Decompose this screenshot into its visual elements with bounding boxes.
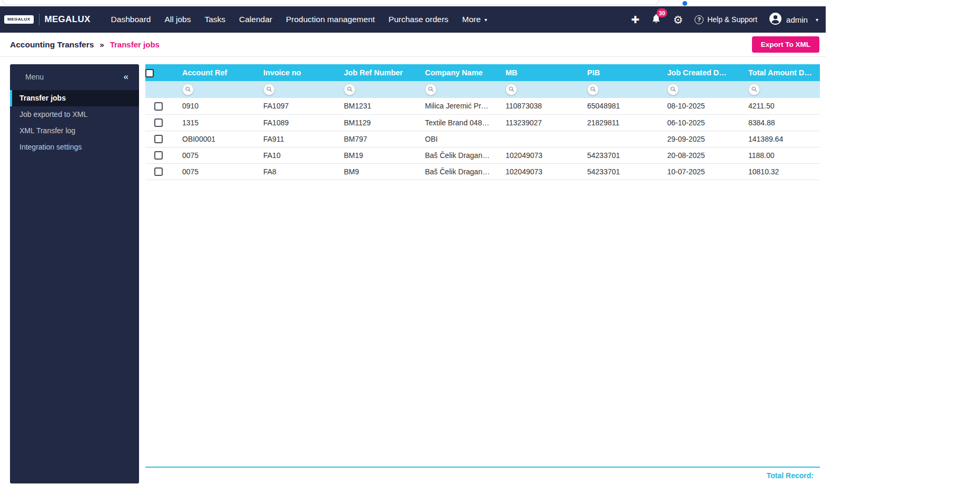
question-icon: ?	[695, 15, 704, 24]
logo-divider	[39, 14, 39, 25]
table-cell: 10810.32	[738, 163, 820, 180]
column-filter[interactable]	[587, 84, 599, 95]
column-filter[interactable]	[667, 84, 679, 95]
table-cell: 8384.88	[738, 114, 820, 131]
search-icon	[428, 85, 434, 94]
column-header[interactable]: Job Created D…	[657, 64, 738, 81]
search-icon	[590, 85, 596, 94]
sidebar-item-transfer-jobs[interactable]: Transfer jobs	[10, 90, 139, 106]
sidebar-item-label: Transfer jobs	[19, 94, 66, 102]
app-window: MEGALUX MEGALUX DashboardAll jobsTasksCa…	[0, 0, 826, 485]
row-checkbox[interactable]	[154, 151, 163, 160]
table-cell: FA1097	[253, 98, 333, 114]
help-support-label: Help & Support	[707, 15, 757, 24]
collapse-sidebar-icon[interactable]: «	[124, 72, 128, 81]
row-checkbox[interactable]	[154, 118, 163, 127]
content-area: Menu « Transfer jobsJob exported to XMLX…	[0, 57, 826, 485]
table-cell: Baš Čelik Dragan…	[414, 163, 495, 180]
column-filter[interactable]	[425, 84, 437, 95]
column-filter-cell	[495, 81, 577, 98]
table-cell: 0075	[172, 147, 253, 163]
table-cell	[577, 131, 657, 147]
table-cell: OBI00001	[172, 131, 253, 147]
search-icon	[185, 85, 191, 94]
nav-item-purchase-orders[interactable]: Purchase orders	[382, 12, 456, 27]
table-cell: 110873038	[495, 98, 577, 114]
table-cell: FA911	[253, 131, 333, 147]
breadcrumb-parent[interactable]: Accounting Transfers	[10, 40, 94, 50]
column-header[interactable]: Company Name	[414, 64, 495, 81]
column-header[interactable]: PIB	[577, 64, 657, 81]
column-filter[interactable]	[263, 84, 275, 95]
sidebar-item-xml-transfer-log[interactable]: XML Transfer log	[10, 123, 139, 139]
nav-item-dashboard[interactable]: Dashboard	[104, 12, 158, 27]
nav-item-calendar[interactable]: Calendar	[232, 12, 279, 27]
select-all-cell	[145, 64, 172, 81]
table-cell: OBI	[414, 131, 495, 147]
table-cell: BM1129	[333, 114, 414, 131]
table-cell: 0075	[172, 163, 253, 180]
column-filter[interactable]	[344, 84, 355, 95]
select-all-checkbox[interactable]	[145, 69, 154, 77]
column-header[interactable]: MB	[495, 64, 577, 81]
nav-item-label: Dashboard	[111, 15, 151, 24]
nav-item-label: Production management	[286, 15, 375, 24]
nav-item-tasks[interactable]: Tasks	[197, 12, 232, 27]
export-to-xml-button[interactable]: Export To XML	[752, 36, 819, 53]
notification-count-badge: 30	[657, 8, 667, 17]
sidebar-item-job-exported-to-xml[interactable]: Job exported to XML	[10, 106, 139, 123]
nav-item-all-jobs[interactable]: All jobs	[157, 12, 197, 27]
user-menu[interactable]: admin ▾	[769, 12, 818, 27]
column-filter[interactable]	[182, 84, 194, 95]
table-cell: 21829811	[577, 114, 657, 131]
notifications-button[interactable]: 30	[651, 13, 661, 26]
column-filter-cell	[657, 81, 738, 98]
sidebar-item-integration-settings[interactable]: Integration settings	[10, 139, 139, 155]
table-cell: 141389.64	[738, 131, 820, 147]
nav-item-label: All jobs	[164, 15, 191, 24]
nav-item-production-management[interactable]: Production management	[279, 12, 382, 27]
logo[interactable]: MEGALUX MEGALUX	[4, 14, 91, 25]
nav-item-more[interactable]: More▾	[456, 12, 494, 27]
column-header[interactable]: Total Amount D…	[738, 64, 820, 81]
column-header[interactable]: Invoice no	[253, 64, 333, 81]
table-cell: 0910	[172, 98, 253, 114]
logo-badge: MEGALUX	[4, 15, 34, 24]
search-icon	[751, 85, 757, 94]
help-support-button[interactable]: ? Help & Support	[695, 15, 757, 24]
total-record-label: Total Record:	[767, 471, 814, 480]
nav-item-label: Purchase orders	[389, 15, 449, 24]
table-cell: 20-08-2025	[657, 147, 738, 163]
nav-item-label: Calendar	[239, 15, 272, 24]
column-header[interactable]: Job Ref Number	[333, 64, 414, 81]
search-icon	[508, 85, 514, 94]
top-navbar: MEGALUX MEGALUX DashboardAll jobsTasksCa…	[0, 6, 826, 33]
table-cell: 10-07-2025	[657, 163, 738, 180]
column-filter[interactable]	[748, 84, 760, 95]
add-icon[interactable]: ✚	[631, 15, 639, 25]
search-icon	[266, 85, 272, 94]
user-name: admin	[786, 15, 808, 24]
table-filter-row	[145, 81, 820, 98]
breadcrumb-bar: Accounting Transfers » Transfer jobs Exp…	[0, 33, 826, 57]
navbar-actions: ✚ 30 ⚙ ? Help & Support admin ▾	[631, 12, 818, 27]
browser-extension-dot	[682, 1, 687, 6]
table-row: 0075FA10BM19Baš Čelik Dragan…10204907354…	[145, 147, 820, 163]
column-filter-cell	[577, 81, 657, 98]
row-checkbox[interactable]	[154, 167, 163, 176]
search-icon	[670, 85, 676, 94]
table-body: 0910FA1097BM1231Milica Jeremić Pr…110873…	[145, 98, 820, 180]
nav-item-label: Tasks	[204, 15, 225, 24]
main-nav: DashboardAll jobsTasksCalendarProduction…	[104, 12, 494, 27]
filter-empty-cell	[145, 81, 172, 98]
chevron-down-icon: ▾	[816, 17, 818, 23]
sidebar-item-label: XML Transfer log	[19, 126, 75, 135]
column-filter[interactable]	[506, 84, 517, 95]
breadcrumb-separator-icon: »	[100, 40, 104, 49]
gear-icon[interactable]: ⚙	[673, 14, 683, 25]
row-checkbox[interactable]	[154, 135, 163, 143]
row-checkbox[interactable]	[154, 102, 163, 111]
table-cell: 06-10-2025	[657, 114, 738, 131]
table-row: 0075FA8BM9Baš Čelik Dragan…1020490735423…	[145, 163, 820, 180]
column-header[interactable]: Account Ref	[172, 64, 253, 81]
